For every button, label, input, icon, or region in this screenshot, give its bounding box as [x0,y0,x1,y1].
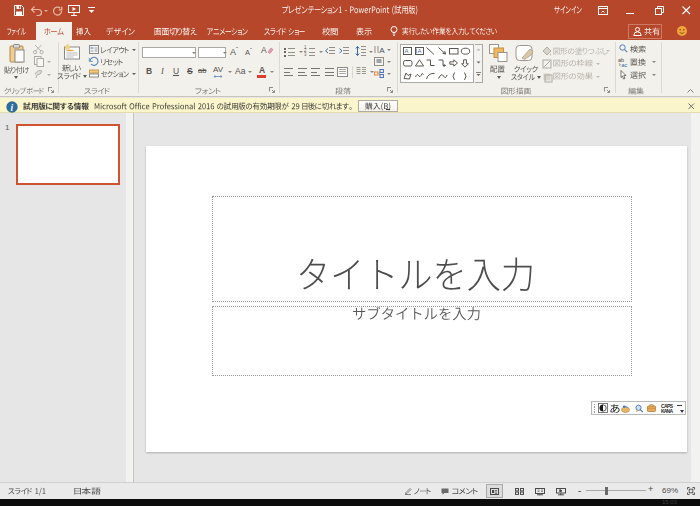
svg-text:A: A [261,45,267,55]
svg-text:i: i [11,102,14,112]
svg-text:A: A [405,48,409,54]
svg-text:ac: ac [622,62,628,68]
svg-text:A: A [379,46,385,55]
svg-text:A: A [417,48,421,54]
svg-text:KANA: KANA [661,408,673,414]
